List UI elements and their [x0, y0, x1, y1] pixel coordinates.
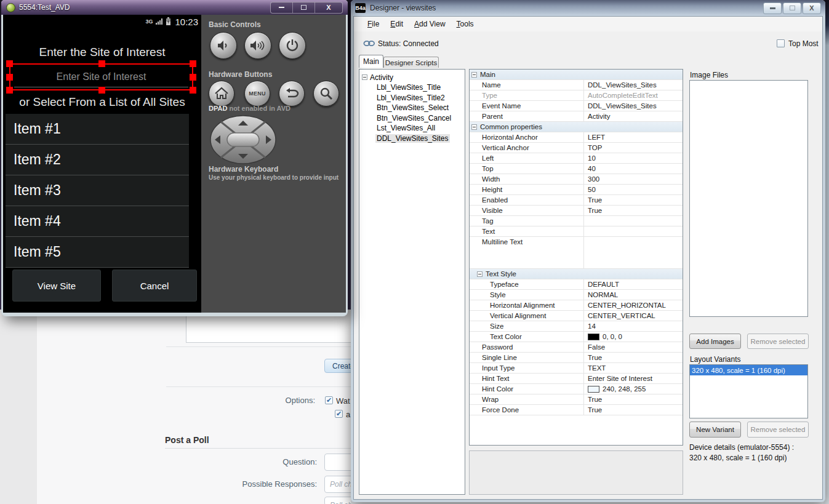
property-value[interactable] [584, 226, 683, 236]
property-value[interactable]: 50 [584, 185, 683, 194]
property-group-text-style[interactable]: Text Style [470, 269, 683, 279]
list-item-item-1[interactable]: Item #1 [6, 114, 189, 145]
volume-up-button[interactable] [244, 32, 271, 59]
property-value[interactable]: CENTER_VERTICAL [584, 311, 683, 321]
list-item-item-2[interactable]: Item #2 [6, 145, 189, 175]
property-row-vertical-alignment[interactable]: Vertical AlignmentCENTER_VERTICAL [470, 311, 683, 321]
view-site-button[interactable]: View Site [12, 270, 101, 302]
close-button[interactable]: X [803, 2, 821, 14]
selection-handle[interactable] [6, 74, 13, 81]
selection-handle[interactable] [98, 87, 105, 94]
collapse-icon[interactable] [471, 72, 477, 78]
tree-item-ddl-viewsites-sites[interactable]: DDL_ViewSites_Sites [362, 134, 465, 144]
property-value[interactable]: 240, 248, 255 [584, 384, 683, 394]
list-item-item-3[interactable]: Item #3 [6, 175, 189, 206]
property-row-size[interactable]: Size14 [470, 321, 683, 332]
property-value[interactable]: CENTER_HORIZONTAL [584, 300, 683, 310]
property-value[interactable]: 14 [584, 321, 683, 331]
tab-designer-scripts[interactable]: Designer Scripts [383, 57, 439, 68]
selection-handle[interactable] [6, 87, 13, 94]
selection-handle[interactable] [190, 60, 196, 67]
tree-item-lst-viewsites-all[interactable]: Lst_ViewSites_All [362, 123, 465, 134]
property-row-text[interactable]: Text [470, 226, 683, 237]
tab-main[interactable]: Main [359, 55, 383, 68]
maximize-button[interactable] [783, 2, 801, 14]
collapse-icon[interactable] [471, 124, 477, 130]
list-item-item-5[interactable]: Item #5 [6, 237, 189, 268]
property-value[interactable]: TEXT [584, 363, 683, 373]
property-value[interactable]: NORMAL [584, 290, 683, 300]
image-files-listbox[interactable] [689, 80, 808, 317]
minimize-button[interactable] [271, 2, 293, 13]
collapse-icon[interactable] [362, 74, 367, 80]
property-row-tag[interactable]: Tag [470, 216, 683, 226]
designer-titlebar[interactable]: B4a Designer - viewsites X [351, 0, 825, 16]
property-value[interactable]: TOP [584, 143, 683, 153]
dpad-control[interactable] [209, 114, 278, 165]
property-row-style[interactable]: StyleNORMAL [470, 290, 683, 300]
property-row-parent[interactable]: ParentActivity [470, 111, 683, 122]
property-row-name[interactable]: NameDDL_ViewSites_Sites [470, 80, 683, 90]
emulator-titlebar[interactable]: 5554:Test_AVD X [1, 0, 348, 15]
poll-choice-input-2[interactable]: Poll ch [324, 497, 351, 504]
property-row-typeface[interactable]: TypefaceDEFAULT [470, 279, 683, 290]
minimize-button[interactable] [763, 2, 782, 14]
tree-item-btn-viewsites-select[interactable]: Btn_ViewSites_Select [362, 103, 465, 113]
property-row-hint-text[interactable]: Hint TextEnter Site of Interest [470, 374, 683, 384]
property-value[interactable]: DDL_ViewSites_Sites [584, 80, 683, 90]
property-row-single-line[interactable]: Single LineTrue [470, 353, 683, 363]
property-row-event-name[interactable]: Event NameDDL_ViewSites_Sites [470, 101, 683, 111]
list-item-item-4[interactable]: Item #4 [6, 206, 189, 237]
tree-item-lbl-viewsites-title[interactable]: Lbl_ViewSites_Title [362, 82, 465, 93]
property-row-wrap[interactable]: WrapTrue [470, 394, 683, 405]
close-button[interactable]: X [315, 2, 342, 13]
watch-checkbox[interactable]: ✔ [325, 396, 333, 404]
property-value[interactable]: False [584, 342, 683, 352]
property-value[interactable] [584, 216, 683, 226]
property-value[interactable]: 10 [584, 153, 683, 163]
site-edittext-selected[interactable]: Enter Site of Interest [9, 63, 193, 90]
property-row-multiline-text[interactable]: Multiline Text [470, 237, 683, 269]
property-value[interactable]: True [584, 394, 683, 404]
property-row-force-done[interactable]: Force DoneTrue [470, 405, 683, 415]
selection-handle[interactable] [6, 60, 13, 67]
collapse-icon[interactable] [477, 271, 483, 277]
menu-item-file[interactable]: File [362, 18, 385, 30]
property-row-text-color[interactable]: Text Color0, 0, 0 [470, 332, 683, 342]
property-row-input-type[interactable]: Input TypeTEXT [470, 363, 683, 374]
poll-choice-input[interactable]: Poll ch [324, 476, 351, 493]
power-button[interactable] [279, 32, 306, 59]
menu-item-add-view[interactable]: Add View [409, 18, 451, 30]
tree-root-activity[interactable]: Activity [362, 72, 465, 82]
search-button[interactable] [313, 81, 339, 106]
layout-variants-listbox[interactable]: 320 x 480, scale = 1 (160 dpi) [689, 364, 808, 418]
maximize-button[interactable] [293, 2, 315, 13]
property-value[interactable]: True [584, 353, 683, 362]
new-variant-button[interactable]: New Variant [689, 422, 741, 438]
tree-item-lbl-viewsites-title2[interactable]: Lbl_ViewSites_Title2 [362, 93, 465, 103]
property-value[interactable]: DDL_ViewSites_Sites [584, 101, 683, 111]
property-value[interactable]: True [584, 206, 683, 215]
property-row-horizontal-anchor[interactable]: Horizontal AnchorLEFT [470, 132, 683, 143]
remove-selected-variant-button[interactable]: Remove selected [747, 422, 809, 438]
remove-selected-images-button[interactable]: Remove selected [747, 334, 809, 349]
property-value[interactable]: True [584, 195, 683, 205]
menu-item-tools[interactable]: Tools [451, 18, 479, 30]
cancel-button[interactable]: Cancel [112, 270, 197, 302]
tree-item-btn-viewsites-cancel[interactable]: Btn_ViewSites_Cancel [362, 113, 465, 124]
property-row-enabled[interactable]: EnabledTrue [470, 195, 683, 206]
property-value[interactable]: Activity [584, 111, 683, 121]
property-row-left[interactable]: Left10 [470, 153, 683, 164]
menu-button[interactable]: MENU [244, 81, 270, 106]
property-row-visible[interactable]: VisibleTrue [470, 206, 683, 216]
create-button[interactable]: Create [324, 359, 351, 373]
property-value[interactable]: True [584, 405, 683, 415]
menu-item-edit[interactable]: Edit [385, 18, 409, 30]
property-value[interactable]: Enter Site of Interest [584, 374, 683, 383]
property-group-common-properties[interactable]: Common properties [470, 122, 683, 132]
volume-down-button[interactable] [210, 32, 237, 59]
property-row-height[interactable]: Height50 [470, 185, 683, 195]
property-value[interactable]: LEFT [584, 132, 683, 142]
back-button[interactable] [279, 81, 305, 106]
property-row-top[interactable]: Top40 [470, 164, 683, 174]
